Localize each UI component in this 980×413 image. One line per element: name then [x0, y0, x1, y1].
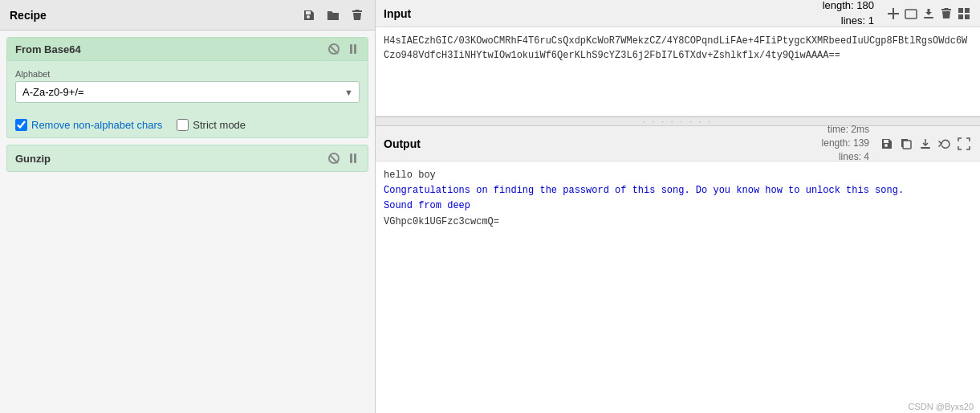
watermark: CSDN @Byxs20 — [376, 400, 980, 413]
gunzip-title: Gunzip — [15, 153, 51, 165]
recipe-panel: Recipe From Base64 — [0, 0, 376, 413]
gunzip-pause-bars-icon — [350, 153, 356, 163]
remove-non-alpha-label: Remove non-alphabet chars — [31, 119, 162, 131]
input-length-label: length: — [823, 0, 854, 11]
gunzip-section: Gunzip — [6, 145, 368, 172]
recipe-header-icons — [301, 7, 365, 23]
strict-mode-checkbox[interactable] — [177, 119, 189, 131]
output-line-2-text: Congratulations on finding the password … — [384, 185, 904, 196]
from-base64-controls — [327, 43, 360, 55]
pause-bars-icon — [350, 44, 356, 54]
output-title: Output — [384, 137, 421, 150]
gunzip-disable-icon[interactable] — [327, 152, 340, 165]
svg-rect-1 — [924, 17, 933, 18]
alphabet-select-wrapper: A-Za-z0-9+/= ▼ — [15, 81, 360, 103]
input-lines-label: lines: — [841, 14, 865, 27]
input-add-button[interactable] — [885, 6, 901, 22]
output-save-button[interactable] — [879, 136, 895, 152]
from-base64-header: From Base64 — [7, 38, 368, 61]
input-length-value: 180 — [856, 0, 874, 11]
input-layout-button[interactable] — [956, 6, 972, 22]
pause-icon[interactable] — [347, 43, 360, 55]
input-lines-value: 1 — [868, 14, 874, 27]
output-undo-button[interactable] — [937, 136, 953, 152]
output-time-label: time: — [828, 124, 848, 135]
output-lines-value: 4 — [864, 151, 869, 162]
output-line-1: hello boy — [384, 168, 972, 183]
gunzip-pause-icon[interactable] — [347, 152, 360, 165]
watermark-text: CSDN @Byxs20 — [909, 402, 974, 411]
svg-rect-0 — [905, 10, 917, 18]
gunzip-circle-slash-icon — [328, 153, 340, 164]
output-length-value: 139 — [853, 137, 869, 149]
output-line-2: Congratulations on finding the password … — [384, 183, 972, 198]
from-base64-title: From Base64 — [15, 43, 81, 55]
circle-slash-icon — [328, 43, 340, 55]
output-send-to-input-button[interactable] — [917, 136, 933, 152]
svg-rect-4 — [958, 14, 963, 19]
output-meta-container: time: 2ms length: 139 lines: 4 — [822, 123, 972, 163]
output-content[interactable]: hello boy Congratulations on finding the… — [376, 162, 980, 400]
gunzip-pause-bar-right — [354, 153, 356, 163]
svg-rect-6 — [903, 141, 911, 149]
recipe-title: Recipe — [10, 9, 47, 22]
output-lines-label: lines: — [839, 151, 861, 162]
input-open-button[interactable] — [903, 6, 919, 22]
disable-icon[interactable] — [327, 43, 340, 55]
input-header: Input length: 180 lines: 1 — [376, 0, 980, 27]
recipe-load-button[interactable] — [325, 7, 341, 23]
output-length-label: length: — [822, 137, 851, 149]
strict-mode-checkbox-item[interactable]: Strict mode — [177, 119, 246, 131]
input-title: Input — [384, 7, 411, 20]
from-base64-body: Alphabet A-Za-z0-9+/= ▼ — [7, 61, 368, 111]
pause-bar-left — [350, 44, 352, 54]
input-save-button[interactable] — [921, 6, 937, 22]
output-area: Output time: 2ms length: 139 lines: 4 — [376, 126, 980, 413]
output-copy-button[interactable] — [898, 136, 914, 152]
gunzip-pause-bar-left — [350, 153, 352, 163]
checkbox-row: Remove non-alphabet chars Strict mode — [7, 111, 368, 137]
svg-rect-7 — [921, 147, 930, 149]
svg-rect-2 — [958, 8, 963, 13]
input-header-controls: length: 180 lines: 1 — [823, 0, 972, 28]
io-panel: Input length: 180 lines: 1 — [376, 0, 980, 413]
divider-dots: · · · · · · · · — [643, 117, 713, 126]
output-header: Output time: 2ms length: 139 lines: 4 — [376, 126, 980, 162]
recipe-header: Recipe — [0, 0, 375, 31]
input-meta: length: 180 lines: 1 — [823, 0, 874, 28]
output-line-3-text: Sound from deep — [384, 200, 470, 211]
svg-rect-5 — [965, 14, 970, 19]
from-base64-section: From Base64 Alphabet A-Za-z0-9+/= ▼ — [6, 37, 368, 138]
output-time-value: 2ms — [851, 124, 869, 135]
strict-mode-label: Strict mode — [193, 119, 246, 131]
recipe-clear-button[interactable] — [349, 7, 365, 23]
alphabet-select[interactable]: A-Za-z0-9+/= — [15, 81, 360, 103]
alphabet-label: Alphabet — [15, 69, 360, 79]
remove-non-alpha-checkbox-item[interactable]: Remove non-alphabet chars — [15, 119, 162, 131]
input-text: H4sIAECzhGIC/03KOwoCMRhF4T6ruCsQxdpKcWoR… — [384, 35, 967, 61]
output-meta-text: time: 2ms length: 139 lines: 4 — [822, 123, 869, 163]
remove-non-alpha-checkbox[interactable] — [15, 119, 27, 131]
gunzip-controls — [327, 152, 360, 165]
input-content[interactable]: H4sIAECzhGIC/03KOwoCMRhF4T6ruCsQxdpKcWoR… — [376, 27, 980, 116]
output-line-4: VGhpc0k1UGFzc3cwcmQ= — [384, 215, 972, 230]
input-clear-button[interactable] — [938, 6, 954, 22]
svg-rect-3 — [965, 8, 970, 13]
pause-bar-right — [354, 44, 356, 54]
output-fullscreen-button[interactable] — [956, 136, 972, 152]
output-line-3: Sound from deep — [384, 198, 972, 214]
input-area: Input length: 180 lines: 1 — [376, 0, 980, 117]
recipe-save-button[interactable] — [301, 7, 317, 23]
gunzip-header: Gunzip — [7, 145, 368, 171]
